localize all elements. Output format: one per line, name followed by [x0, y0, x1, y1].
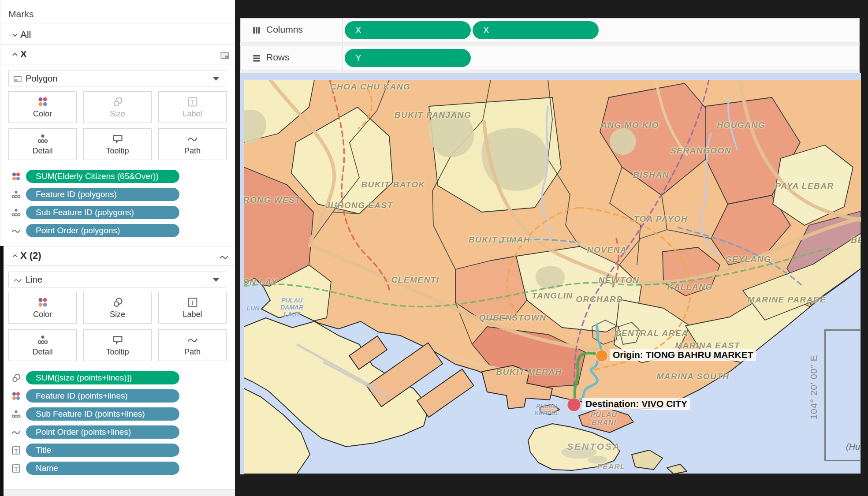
tooltip-icon [112, 133, 123, 145]
worksheet-thumbnail-icon [220, 51, 230, 60]
water-label: PULAU DAMAR LAUT [280, 297, 303, 318]
shelves: Columns XX Rows Y [240, 18, 860, 73]
chevron-up-icon [11, 51, 19, 59]
label-icon: T [187, 96, 198, 108]
region-label: NOVENA [587, 245, 627, 255]
size-icon [11, 373, 21, 383]
region-label: CENTRAL AREA [615, 328, 689, 338]
path-icon [187, 334, 198, 346]
section-label-x: X [20, 48, 27, 60]
rows-shelf-label-cell: Rows [241, 46, 343, 70]
destination-marker [567, 398, 581, 411]
dropdown-caret-icon[interactable] [206, 71, 226, 86]
section-label-x2: X (2) [20, 250, 41, 261]
region-label: BUKIT TIMAH [469, 235, 530, 245]
size-button[interactable]: Size [83, 91, 152, 123]
size-icon [112, 297, 123, 308]
label-icon: T [187, 297, 198, 308]
mark-pill[interactable]: Point Order (points+lines) [26, 425, 179, 439]
mark-pill[interactable]: SUM([size (points+lines)]) [26, 371, 179, 384]
mark-pill[interactable]: Point Order (polygons) [26, 224, 179, 237]
shelf-pill[interactable]: X [473, 21, 599, 39]
color-icon [37, 96, 48, 108]
detail-button[interactable]: Detail [8, 128, 77, 160]
region-label: TOA PAYOH [634, 214, 688, 224]
region-label: BISHAN [633, 170, 669, 180]
region-label: MARINA SOUTH [656, 372, 729, 381]
tableau-window: Marks All X Polygon ColorSizeTLabelDetai… [0, 0, 868, 496]
columns-shelf-label: Columns [266, 24, 303, 35]
size-icon [112, 96, 123, 108]
path-icon [187, 133, 198, 145]
shelf-pill[interactable]: X [345, 21, 471, 39]
region-label: KALLANG [667, 282, 712, 292]
label-button[interactable]: TLabel [158, 91, 227, 123]
region-label: BE [851, 235, 861, 245]
mark-pill[interactable]: Name [26, 462, 179, 475]
mark-pill[interactable]: Sub Feature ID (polygons) [26, 206, 179, 219]
region-label: BUKIT PANJANG [395, 110, 471, 120]
svg-text:T: T [14, 466, 18, 472]
rows-shelf-label: Rows [266, 52, 290, 63]
map-visualization[interactable]: CHOA CHU KANGBUKIT PANJANGANG MO KIOHOUG… [244, 80, 861, 474]
rows-icon [252, 53, 261, 63]
mark-type-value: Line [26, 275, 42, 285]
worksheet-area: Columns XX Rows Y [240, 0, 868, 496]
color-button[interactable]: Color [8, 91, 77, 123]
region-label: RONG WEST [244, 195, 301, 205]
tooltip-button[interactable]: Tooltip [83, 329, 152, 361]
section-label-all: All [20, 29, 31, 41]
region-label: MARINE PARADE [748, 295, 827, 305]
color-icon [11, 172, 21, 182]
mark-pill[interactable]: SUM(Elderly Citizens (65&Over)) [26, 170, 179, 183]
mark-pill[interactable]: Feature ID (points+lines) [26, 389, 179, 403]
mark-pill[interactable]: Title [26, 444, 179, 457]
region-label: ANG MO KIO [601, 120, 659, 130]
origin-annotation: Origin: TIONG BAHRU MARKET [610, 349, 756, 361]
worksheet-canvas: CHOA CHU KANGBUKIT PANJANGANG MO KIOHOUG… [240, 73, 861, 474]
island-label: PEARL [597, 463, 626, 471]
columns-shelf[interactable]: Columns XX [240, 18, 860, 42]
mark-type-dropdown-polygon[interactable]: Polygon [8, 71, 226, 86]
tooltip-button[interactable]: Tooltip [83, 128, 152, 160]
region-label: CHOA CHU KANG [330, 82, 410, 92]
line-mark-mini-icon [219, 252, 229, 262]
region-label: ORCHARD [576, 295, 623, 304]
map-scale-box: (Hu [824, 329, 861, 461]
polygon-mark-icon [13, 75, 22, 83]
path-button[interactable]: Path [158, 128, 227, 160]
path-icon [11, 226, 21, 236]
detail-button[interactable]: Detail [8, 329, 77, 361]
columns-icon [252, 26, 261, 35]
dropdown-caret-icon[interactable] [206, 272, 226, 287]
shelf-pill[interactable]: Y [345, 49, 471, 67]
mark-type-value: Polygon [26, 74, 57, 84]
detail-icon [11, 208, 21, 218]
detail-icon [11, 190, 21, 200]
origin-marker [596, 350, 608, 362]
color-button[interactable]: Color [8, 292, 77, 324]
columns-shelf-label-cell: Columns [241, 19, 343, 42]
rows-shelf[interactable]: Rows Y [240, 46, 860, 70]
detail-icon [37, 133, 48, 145]
marks-card-panel: Marks All X Polygon ColorSizeTLabelDetai… [0, 0, 235, 496]
region-label: CLEMENTI [391, 275, 439, 285]
region-label: BUKIT BATOK [361, 180, 425, 190]
path-button[interactable]: Path [158, 329, 227, 361]
region-label: NEWTON [598, 276, 639, 285]
detail-icon [37, 334, 48, 346]
chevron-down-icon [11, 31, 19, 39]
island-label: PULAU BRANI [591, 411, 617, 427]
region-label: HOUGANG [717, 120, 765, 130]
mark-pill[interactable]: Sub Feature ID (points+lines) [26, 407, 179, 421]
region-label: TANGLIN [532, 291, 573, 301]
mark-pill[interactable]: Feature ID (polygons) [26, 188, 179, 201]
region-label: ON LAY [244, 277, 278, 287]
size-button[interactable]: Size [83, 292, 152, 324]
region-label: JURONG EAST [325, 201, 393, 210]
label-button[interactable]: TLabel [158, 292, 227, 324]
svg-text:T: T [190, 98, 194, 106]
svg-text:T: T [190, 299, 194, 306]
mark-type-dropdown-line[interactable]: Line [8, 272, 226, 287]
divider [0, 44, 235, 45]
